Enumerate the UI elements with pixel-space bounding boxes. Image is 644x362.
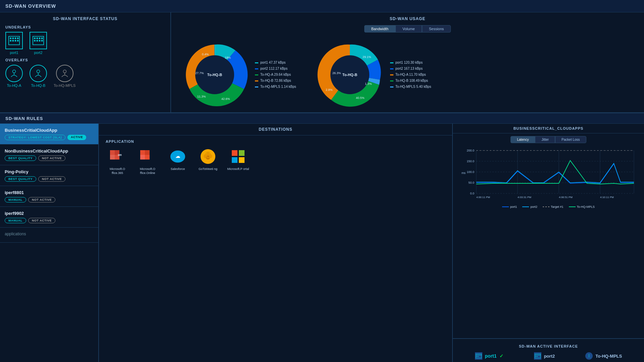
ai-port1-icon bbox=[475, 352, 482, 360]
to-hq-a-icon bbox=[5, 65, 23, 82]
tab-volume[interactable]: Volume bbox=[395, 25, 422, 33]
svg-rect-46 bbox=[145, 150, 150, 155]
rule-nonbusiness[interactable]: NonBusinessCriticalCloudApp BEST QUALITY… bbox=[0, 144, 98, 165]
tab-sessions[interactable]: Sessions bbox=[422, 25, 451, 33]
ai-port1[interactable]: port1 ✓ bbox=[475, 352, 503, 360]
underlay-port1[interactable]: port1 bbox=[5, 32, 23, 55]
tab-latency[interactable]: Latency bbox=[511, 136, 535, 143]
overlays-row: To-HQ-A To-HQ-B To-HQ-MPLS bbox=[5, 65, 165, 87]
chart1-legend: port1 47.37 kBps port2 112.17 kBps To-HQ… bbox=[255, 60, 296, 90]
svg-rect-8 bbox=[17, 40, 19, 42]
ms365-label: Microsoft.O ffice.365 bbox=[106, 167, 129, 175]
badge-best-quality-2: BEST QUALITY bbox=[5, 176, 36, 182]
svg-rect-2 bbox=[12, 38, 14, 39]
ai-items: port1 ✓ port2 To-HQ-MPLS bbox=[460, 352, 637, 360]
rule-businesscritical[interactable]: BusinessCritialCloudApp STRATEGY: LOWEST… bbox=[0, 124, 98, 144]
salesforce-label: Salesforce bbox=[171, 167, 185, 171]
svg-rect-89 bbox=[480, 355, 481, 355]
ai-to-hq-mpls[interactable]: To-HQ-MPLS bbox=[585, 352, 622, 360]
svg-rect-41 bbox=[110, 155, 115, 160]
usage-tabs: Bandwidth Volume Sessions bbox=[178, 25, 637, 33]
ms365-icon: 365 bbox=[108, 147, 127, 166]
rule-name-ping: Ping-Policy bbox=[5, 169, 94, 174]
bottom-section: BusinessCritialCloudApp STRATEGY: LOWEST… bbox=[0, 124, 644, 362]
gotomeeting-icon: ✿ bbox=[199, 147, 217, 166]
svg-point-22 bbox=[63, 70, 66, 73]
ai-port1-check: ✓ bbox=[499, 353, 503, 359]
destinations-title: DESTINATIONS bbox=[99, 124, 452, 135]
to-hq-mpls-icon bbox=[56, 65, 73, 82]
ai-port2-label: port2 bbox=[544, 354, 555, 359]
svg-text:150.0: 150.0 bbox=[467, 160, 474, 163]
tab-packet-loss[interactable]: Packet Loss bbox=[555, 136, 586, 143]
svg-rect-87 bbox=[478, 355, 478, 355]
overlay-to-hq-a[interactable]: To-HQ-A bbox=[5, 65, 23, 87]
usage-panel: SD-WAN USAGE Bandwidth Volume Sessions bbox=[171, 12, 644, 112]
svg-text:11.3%: 11.3% bbox=[197, 95, 206, 98]
svg-text:26.3%: 26.3% bbox=[332, 71, 341, 75]
port1-icon bbox=[5, 32, 23, 49]
rule-iperf8801[interactable]: iperf8801 MANUAL NOT ACTIVE bbox=[0, 186, 98, 207]
svg-rect-92 bbox=[535, 354, 540, 358]
app-salesforce[interactable]: SF ☁ Salesforce bbox=[166, 147, 190, 171]
bc-tabs: Latency Jitter Packet Loss bbox=[453, 133, 644, 146]
svg-text:4:10:11 PM: 4:10:11 PM bbox=[600, 196, 614, 199]
tab-jitter[interactable]: Jitter bbox=[535, 136, 555, 143]
badge-not-active-2: NOT ACTIVE bbox=[38, 176, 65, 182]
port2-label: port2 bbox=[34, 51, 42, 55]
svg-rect-3 bbox=[15, 38, 16, 39]
underlay-port2[interactable]: port2 bbox=[30, 32, 47, 55]
app-msportal[interactable]: Microsoft.P ortal bbox=[226, 147, 250, 171]
svg-rect-48 bbox=[145, 155, 150, 160]
badge-strategy: STRATEGY: LOWEST COST (SLA) bbox=[5, 135, 65, 140]
svg-rect-17 bbox=[41, 40, 43, 42]
ai-mpls-icon bbox=[585, 352, 593, 360]
svg-rect-86 bbox=[476, 355, 477, 355]
svg-point-18 bbox=[13, 70, 16, 73]
svg-text:1.3%: 1.3% bbox=[365, 82, 372, 85]
svg-text:4:03:31 PM: 4:03:31 PM bbox=[518, 196, 531, 199]
svg-text:18%: 18% bbox=[225, 56, 231, 59]
svg-rect-62 bbox=[232, 157, 237, 163]
right-panels: BUSINESSCRITICAL_CLOUDAPPS Latency Jitte… bbox=[453, 124, 644, 362]
donut-chart-1: To-HQ-B 18% 0.4% 27.7% 42.6% 11.3% bbox=[178, 38, 252, 112]
msportal-icon bbox=[229, 147, 248, 166]
svg-text:50.0: 50.0 bbox=[468, 181, 474, 184]
msonline-label: Microsoft.O ffice.Online bbox=[136, 167, 159, 175]
to-hq-b-label: To-HQ-B bbox=[31, 83, 46, 87]
app-icons-row: 365 Microsoft.O ffice.365 bbox=[106, 147, 445, 175]
rule-name-applications: applications bbox=[5, 232, 94, 236]
svg-rect-63 bbox=[239, 157, 245, 163]
tab-bandwidth[interactable]: Bandwidth bbox=[364, 25, 395, 33]
svg-rect-12 bbox=[39, 38, 41, 39]
svg-text:4:00:11 PM: 4:00:11 PM bbox=[476, 196, 490, 199]
to-hq-mpls-label: To-HQ-MPLS bbox=[54, 83, 75, 87]
svg-rect-16 bbox=[39, 40, 41, 42]
app-ms365[interactable]: 365 Microsoft.O ffice.365 bbox=[106, 147, 129, 175]
rule-badges-businesscritical: STRATEGY: LOWEST COST (SLA) ACTIVE bbox=[5, 135, 94, 140]
svg-text:29.1%: 29.1% bbox=[363, 55, 371, 59]
app-msonline[interactable]: Microsoft.O ffice.Online bbox=[136, 147, 159, 175]
rule-iperf9902[interactable]: iperf9902 MANUAL NOT ACTIVE bbox=[0, 207, 98, 228]
svg-text:☁: ☁ bbox=[175, 154, 180, 159]
rule-applications[interactable]: applications bbox=[0, 228, 98, 243]
legend-port2: port2 bbox=[522, 205, 537, 208]
destinations-panel: DESTINATIONS APPLICATION 365 bbox=[99, 124, 453, 362]
rule-ping[interactable]: Ping-Policy BEST QUALITY NOT ACTIVE bbox=[0, 165, 98, 186]
svg-text:200.0: 200.0 bbox=[467, 149, 474, 152]
page-title: SD-WAN OVERVIEW bbox=[0, 0, 644, 12]
rule-name-iperf8801: iperf8801 bbox=[5, 190, 94, 195]
ai-port2[interactable]: port2 bbox=[534, 352, 555, 360]
badge-not-active-4: NOT ACTIVE bbox=[28, 218, 55, 223]
app-gotomeeting[interactable]: ✿ GoToMeeti ng bbox=[196, 147, 220, 171]
svg-point-99 bbox=[588, 354, 590, 356]
svg-rect-47 bbox=[140, 155, 145, 160]
overlay-to-hq-mpls[interactable]: To-HQ-MPLS bbox=[54, 65, 75, 87]
svg-rect-15 bbox=[37, 40, 38, 42]
legend-port1: port1 bbox=[502, 205, 517, 208]
svg-rect-6 bbox=[12, 40, 14, 42]
rules-panel: BusinessCritialCloudApp STRATEGY: LOWEST… bbox=[0, 124, 99, 362]
svg-text:0.4%: 0.4% bbox=[202, 53, 209, 56]
overlay-to-hq-b[interactable]: To-HQ-B bbox=[30, 65, 47, 87]
charts-row: To-HQ-B 18% 0.4% 27.7% 42.6% 11.3% port1… bbox=[178, 38, 637, 112]
